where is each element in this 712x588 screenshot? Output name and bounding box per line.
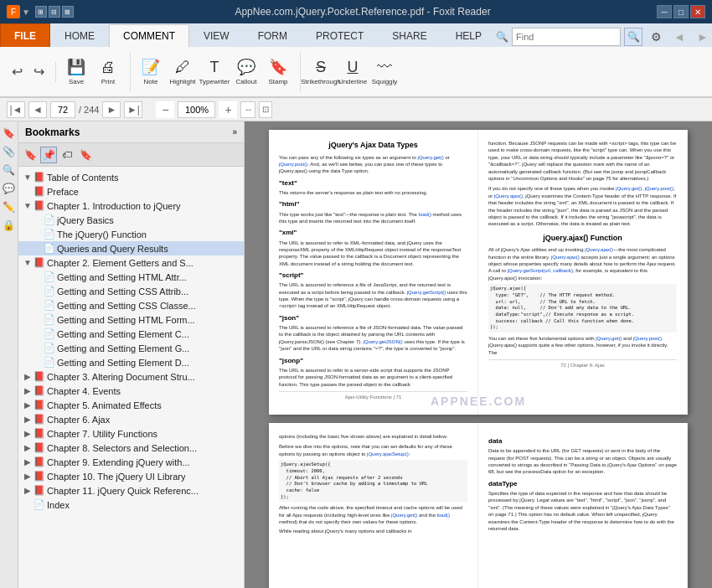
bookmark-item-ch1-queries[interactable]: 📄 Queries and Query Results	[18, 241, 244, 255]
title-bar-menu-icon[interactable]: ▼	[22, 8, 30, 17]
search-button[interactable]: 🔍	[624, 28, 642, 46]
minimize-button[interactable]: ─	[657, 5, 672, 18]
bookmark-item-ch6[interactable]: ▶ 📕 Chapter 6. Ajax	[18, 412, 244, 426]
save-button[interactable]: 💾 Save	[61, 52, 91, 92]
zoom-in-button[interactable]: +	[219, 101, 237, 118]
last-page-button[interactable]: ►|	[124, 101, 142, 118]
sticky-note-button[interactable]: 📝 Note	[136, 52, 166, 92]
window-icon-2[interactable]: ⊟	[49, 6, 60, 18]
attachment-panel-icon[interactable]: 📎	[1, 143, 18, 160]
tab-form[interactable]: FORM	[244, 23, 302, 47]
sidebar-header: Bookmarks »	[18, 121, 244, 143]
sidebar-expand-arrow[interactable]: »	[232, 127, 237, 137]
search-panel-icon[interactable]: 🔍	[1, 162, 18, 178]
pdf-sub-text: "text"	[279, 178, 467, 188]
print-button[interactable]: 🖨 Print	[93, 52, 123, 92]
sidebar-tool-expand[interactable]: 📌	[40, 147, 57, 163]
maximize-button[interactable]: □	[673, 5, 689, 18]
bookmark-item-ch2-1[interactable]: 📄 Getting and Setting HTML Attr...	[18, 270, 244, 284]
bookmark-label-ch1: Chapter 1. Introduction to jQuery	[47, 201, 181, 211]
nav-prev-icon[interactable]: ◄	[669, 27, 689, 47]
fit-width-button[interactable]: ↔	[240, 101, 255, 118]
bookmark-item-ch7[interactable]: ▶ 📕 Chapter 7. Utility Functions	[18, 426, 244, 441]
pdf-page-74-right: data Data to be appended to the URL (for…	[478, 423, 688, 588]
tab-help[interactable]: HELP	[441, 23, 496, 47]
bookmark-item-ch2[interactable]: ▼ 📕 Chapter 2. Element Getters and S...	[18, 255, 244, 270]
redo-icon[interactable]: ↪	[28, 62, 49, 82]
zoom-input[interactable]	[178, 101, 215, 118]
settings-icon[interactable]: ⚙	[646, 27, 666, 47]
bookmark-item-index[interactable]: 📄 Index	[18, 498, 244, 512]
bookmark-item-ch3[interactable]: ▶ 📕 Chapter 3. Altering Document Stru...	[18, 369, 244, 384]
callout-icon: 💬	[237, 58, 255, 76]
sidebar-tool-new[interactable]: 🔖	[22, 147, 39, 163]
bookmark-item-toc[interactable]: ▼ 📕 Table of Contents	[18, 170, 244, 184]
tab-view[interactable]: VIEW	[189, 23, 244, 47]
bookmark-panel-icon[interactable]: 🔖	[1, 125, 18, 142]
nav-next-icon[interactable]: ►	[693, 27, 712, 47]
window-icon-1[interactable]: ⊞	[35, 6, 47, 18]
bookmark-item-ch2-3[interactable]: 📄 Getting and Setting CSS Classe...	[18, 298, 244, 312]
toolbar-group-4: S Strikethrough U Underline 〰 Squiggly	[306, 52, 406, 92]
bookmark-icon-ch1-basics: 📄	[44, 214, 55, 225]
security-panel-icon[interactable]: 🔒	[1, 217, 18, 234]
tab-comment[interactable]: COMMENT	[109, 24, 189, 48]
bookmark-item-ch8[interactable]: ▶ 📕 Chapter 8. Selectors and Selection..…	[18, 441, 244, 455]
tab-protect[interactable]: PROTECT	[302, 23, 378, 47]
underline-button[interactable]: U Underline	[338, 52, 368, 92]
bookmark-toggle-toc: ▼	[22, 173, 34, 182]
bookmark-item-ch2-5[interactable]: 📄 Getting and Setting Element C...	[18, 327, 244, 341]
bookmark-item-ch4[interactable]: ▶ 📕 Chapter 4. Events	[18, 384, 244, 398]
bookmark-icon-ch2-4: 📄	[44, 314, 55, 325]
search-input[interactable]	[512, 28, 621, 46]
bookmark-item-ch2-4[interactable]: 📄 Getting and Setting HTML Form...	[18, 312, 244, 327]
sidebar: Bookmarks » 🔖 📌 🏷 🔖 ▼ 📕 Table of Content…	[18, 121, 245, 588]
tab-share[interactable]: SHARE	[378, 23, 441, 47]
sign-panel-icon[interactable]: ✏️	[1, 199, 18, 215]
page-total: / 244	[79, 105, 99, 115]
zoom-out-button[interactable]: −	[156, 101, 174, 118]
bookmark-item-ch10[interactable]: ▶ 📕 Chapter 10. The jQuery UI Library	[18, 469, 244, 483]
bookmark-icon-ch1-queries: 📄	[44, 243, 55, 254]
bookmark-item-ch1-basics[interactable]: 📄 jQuery Basics	[18, 213, 244, 227]
tab-file[interactable]: FILE	[0, 23, 50, 47]
typewriter-button[interactable]: T Typewriter	[199, 52, 230, 92]
page-input[interactable]	[50, 101, 75, 118]
first-page-button[interactable]: |◄	[7, 101, 25, 118]
callout-button[interactable]: 💬 Callout	[231, 52, 261, 92]
strikethrough-button[interactable]: S Strikethrough	[306, 52, 336, 92]
sidebar-tool-collapse[interactable]: 🏷	[59, 147, 75, 163]
bookmark-icon-ch9: 📕	[34, 456, 45, 467]
close-button[interactable]: ✕	[690, 5, 705, 18]
stamp-button[interactable]: 🔖 Stamp	[263, 52, 293, 92]
bookmark-item-ch5[interactable]: ▶ 📕 Chapter 5. Animated Effects	[18, 398, 244, 412]
squiggly-button[interactable]: 〰 Squiggly	[369, 52, 400, 92]
bookmark-item-ch11[interactable]: ▶ 📕 Chapter 11. jQuery Quick Referenc...	[18, 483, 244, 498]
tab-home[interactable]: HOME	[50, 23, 109, 47]
ribbon-tabs: FILE HOME COMMENT VIEW FORM PROTECT SHAR…	[0, 23, 712, 47]
bookmark-item-ch2-6[interactable]: 📄 Getting and Setting Element G...	[18, 341, 244, 355]
pdf-text-72-3: All of jQuery's Ajax utilities end up in…	[488, 246, 677, 281]
bookmark-item-preface[interactable]: 📕 Preface	[18, 184, 244, 199]
page-area[interactable]: jQuery's Ajax Data Types You can pass an…	[245, 121, 712, 588]
highlight-button[interactable]: 🖊 Highlight	[168, 52, 198, 92]
bookmark-icon-ch4: 📕	[34, 385, 45, 396]
sidebar-title: Bookmarks	[25, 126, 80, 138]
title-bar-title: AppNee.com.jQuery.Pocket.Reference.pdf -…	[7, 6, 712, 18]
next-page-button[interactable]: ►	[102, 101, 121, 118]
prev-page-button[interactable]: ◄	[28, 101, 47, 118]
bookmark-item-ch2-7[interactable]: 📄 Getting and Setting Element D...	[18, 355, 244, 369]
undo-icon[interactable]: ↩	[7, 62, 27, 82]
left-icon-rail: 🔖 📎 🔍 💬 ✏️ 🔒	[0, 121, 18, 588]
comments-panel-icon[interactable]: 💬	[1, 180, 18, 197]
sidebar-tool-delete[interactable]: 🔖	[77, 147, 94, 163]
bookmark-item-ch1-func[interactable]: 📄 The jQuery() Function	[18, 227, 244, 241]
bookmark-label-ch9: Chapter 9. Extending jQuery with...	[47, 457, 190, 467]
bookmark-icon-toc: 📕	[34, 172, 45, 183]
window-icon-3[interactable]: ⊠	[62, 6, 74, 18]
bookmark-item-ch2-2[interactable]: 📄 Getting and Setting CSS Attrib...	[18, 284, 244, 298]
bookmark-item-ch1[interactable]: ▼ 📕 Chapter 1. Introduction to jQuery	[18, 199, 244, 213]
bookmark-label-ch2-2: Getting and Setting CSS Attrib...	[57, 286, 188, 297]
fit-page-button[interactable]: ⊡	[259, 101, 272, 118]
bookmark-item-ch9[interactable]: ▶ 📕 Chapter 9. Extending jQuery with...	[18, 455, 244, 469]
